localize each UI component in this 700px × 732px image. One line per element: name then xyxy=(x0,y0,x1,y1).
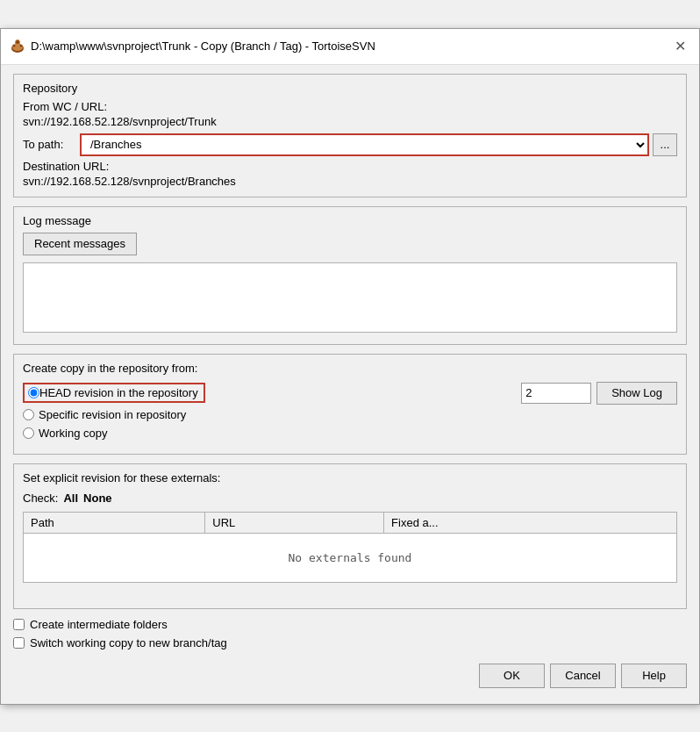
specific-revision-label[interactable]: Specific revision in repository xyxy=(39,408,186,421)
svg-point-2 xyxy=(13,44,16,47)
recent-messages-button[interactable]: Recent messages xyxy=(23,233,137,255)
no-externals-row: No externals found xyxy=(24,533,677,582)
destination-label: Destination URL: xyxy=(23,160,677,173)
specific-revision-row: Specific revision in repository xyxy=(23,408,677,421)
col-fixed: Fixed a... xyxy=(384,512,677,533)
repository-group: Repository From WC / URL: svn://192.168.… xyxy=(13,74,687,197)
check-row: Check: All None xyxy=(23,492,677,505)
col-path: Path xyxy=(24,512,205,533)
title-bar: D:\wamp\www\svnproject\Trunk - Copy (Bra… xyxy=(1,29,699,65)
head-revision-left: HEAD revision in the repository xyxy=(23,383,205,403)
intermediate-folders-row: Create intermediate folders xyxy=(13,618,687,631)
revision-input[interactable] xyxy=(521,383,591,404)
intermediate-folders-checkbox[interactable] xyxy=(13,619,25,630)
externals-title: Set explicit revision for these external… xyxy=(23,471,220,484)
show-log-button[interactable]: Show Log xyxy=(596,382,677,405)
working-copy-label[interactable]: Working copy xyxy=(39,427,108,440)
intermediate-folders-label[interactable]: Create intermediate folders xyxy=(30,618,168,631)
log-message-label: Log message xyxy=(23,214,677,227)
log-message-group: Log message Recent messages xyxy=(13,206,687,345)
from-wc-label: From WC / URL: xyxy=(23,100,677,113)
title-bar-left: D:\wamp\www\svnproject\Trunk - Copy (Bra… xyxy=(10,39,375,54)
cancel-button[interactable]: Cancel xyxy=(550,664,616,688)
show-log-controls: Show Log xyxy=(521,382,677,405)
col-url: URL xyxy=(205,512,384,533)
switch-working-copy-label[interactable]: Switch working copy to new branch/tag xyxy=(30,636,227,649)
head-revision-row: HEAD revision in the repository Show Log xyxy=(23,382,677,405)
all-none-links: All None xyxy=(63,492,111,505)
head-revision-label[interactable]: HEAD revision in the repository xyxy=(39,386,198,399)
copy-from-label: Create copy in the repository from: xyxy=(23,362,677,375)
externals-table-wrap: Path URL Fixed a... No externals found xyxy=(23,512,677,599)
externals-table: Path URL Fixed a... No externals found xyxy=(23,512,677,583)
main-window: D:\wamp\www\svnproject\Trunk - Copy (Bra… xyxy=(0,28,700,705)
bottom-buttons: OK Cancel Help xyxy=(13,660,687,695)
externals-group: Set explicit revision for these external… xyxy=(13,463,687,609)
ok-button[interactable]: OK xyxy=(479,664,545,688)
close-button[interactable]: ✕ xyxy=(669,36,690,57)
no-externals-text: No externals found xyxy=(24,533,677,582)
copy-from-group: Create copy in the repository from: HEAD… xyxy=(13,354,687,455)
browse-button[interactable]: ... xyxy=(653,133,677,156)
specific-revision-radio[interactable] xyxy=(23,409,34,420)
all-link[interactable]: All xyxy=(63,492,78,505)
tortoise-svn-icon xyxy=(10,39,25,54)
destination-url-row: Destination URL: svn://192.168.52.128/sv… xyxy=(23,160,677,188)
window-title: D:\wamp\www\svnproject\Trunk - Copy (Bra… xyxy=(31,39,375,53)
to-path-input-wrap: /Branches ... xyxy=(80,133,677,156)
from-wc-value: svn://192.168.52.128/svnproject/Trunk xyxy=(23,115,677,128)
none-link[interactable]: None xyxy=(83,492,112,505)
repository-section-label: Repository xyxy=(23,82,677,95)
help-button[interactable]: Help xyxy=(621,664,687,688)
checkbox-section: Create intermediate folders Switch worki… xyxy=(13,618,687,649)
working-copy-row: Working copy xyxy=(23,427,677,440)
check-label: Check: xyxy=(23,492,58,505)
dialog-content: Repository From WC / URL: svn://192.168.… xyxy=(1,65,699,704)
head-revision-radio[interactable] xyxy=(28,387,39,398)
svg-point-5 xyxy=(16,40,19,44)
to-path-row: To path: /Branches ... xyxy=(23,133,677,156)
svg-point-3 xyxy=(20,44,23,47)
log-message-textarea[interactable] xyxy=(23,262,677,333)
externals-header: Set explicit revision for these external… xyxy=(23,471,677,484)
switch-working-copy-row: Switch working copy to new branch/tag xyxy=(13,636,687,649)
to-path-label: To path: xyxy=(23,138,80,151)
to-path-input[interactable]: /Branches xyxy=(80,133,649,156)
head-revision-border: HEAD revision in the repository xyxy=(23,383,205,403)
switch-working-copy-checkbox[interactable] xyxy=(13,637,25,649)
working-copy-radio[interactable] xyxy=(23,427,34,439)
destination-value: svn://192.168.52.128/svnproject/Branches xyxy=(23,175,677,188)
